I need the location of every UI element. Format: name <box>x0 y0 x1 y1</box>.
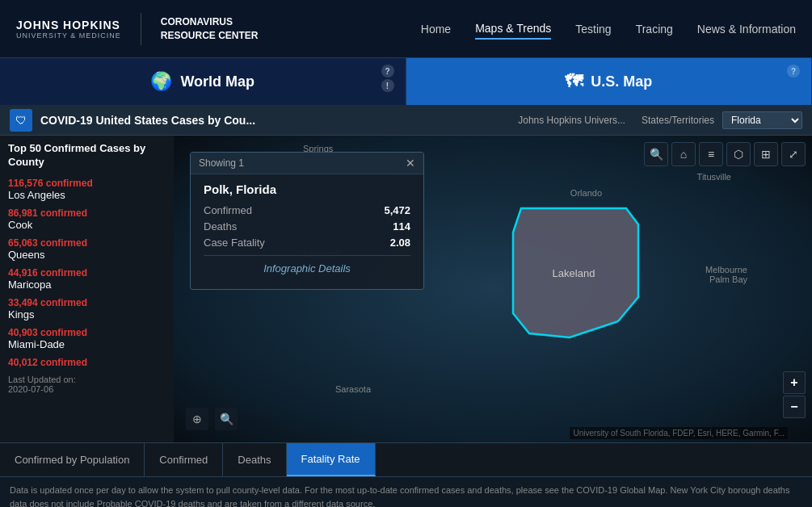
data-source: Johns Hopkins Univers... <box>518 115 625 126</box>
nav-maps-trends[interactable]: Maps & Trends <box>475 19 551 40</box>
county-confirmed-1: 86,981 confirmed <box>8 207 166 219</box>
county-confirmed-0: 116,576 confirmed <box>8 178 166 189</box>
county-confirmed-4: 33,494 confirmed <box>8 297 166 308</box>
world-map-label: World Map <box>180 73 255 90</box>
county-name-5: Miami-Dade <box>8 338 166 350</box>
county-confirmed-5: 40,903 confirmed <box>8 327 166 338</box>
us-map-label: U.S. Map <box>591 73 652 90</box>
map-zoom-controls: + − <box>783 371 806 418</box>
map-area[interactable]: Springs Orlando Titusville MelbournePalm… <box>174 136 812 442</box>
city-melbourne: MelbournePalm Bay <box>705 265 747 284</box>
county-name-2: Queens <box>8 249 166 261</box>
county-confirmed-2: 65,063 confirmed <box>8 237 166 249</box>
footer-text: Data is updated once per day to allow th… <box>10 485 789 507</box>
nav-testing[interactable]: Testing <box>575 19 611 39</box>
county-confirmed-3: 44,916 confirmed <box>8 267 166 279</box>
map-controls-top: 🔍 ⌂ ≡ ⬡ ⊞ ⤢ <box>644 142 806 166</box>
popup-confirmed-value: 5,472 <box>384 204 410 216</box>
popup-details-link[interactable]: Infographic Details <box>204 255 410 281</box>
nav-home[interactable]: Home <box>421 19 451 39</box>
shield-icon: 🛡 <box>10 109 32 132</box>
county-item-6[interactable]: 40,012 confirmed <box>8 357 166 368</box>
header: JOHNS HOPKINS UNIVERSITY & MEDICINE CORO… <box>0 0 812 58</box>
popup-deaths-value: 114 <box>393 220 410 233</box>
tab-confirmed-by-population[interactable]: Confirmed by Population <box>0 443 145 476</box>
states-select[interactable]: Florida All States California New York T… <box>722 111 802 129</box>
map-move-tool[interactable]: ⊕ <box>186 408 208 430</box>
footer: Data is updated once per day to allow th… <box>0 476 812 507</box>
tab-confirmed[interactable]: Confirmed <box>145 443 223 476</box>
us-map-info: ? <box>787 65 800 78</box>
map-expand-button[interactable]: ⤢ <box>781 142 806 166</box>
nav-tracing[interactable]: Tracing <box>636 19 673 39</box>
popup-close-button[interactable]: ✕ <box>406 157 415 169</box>
info-circle-1[interactable]: ? <box>381 65 394 78</box>
logo-name: JOHNS HOPKINS <box>16 19 121 31</box>
zoom-out-button[interactable]: − <box>783 396 806 418</box>
last-updated-label: Last Updated on: <box>8 375 166 384</box>
filter-label: States/Territories <box>642 115 714 126</box>
nav-news[interactable]: News & Information <box>697 19 796 39</box>
popup-fatality-label: Case Fatality <box>204 237 265 249</box>
sidebar: Top 50 Confirmed Cases by County 116,576… <box>0 136 174 442</box>
page-title: COVID-19 United States Cases by Cou... <box>40 114 510 127</box>
map-list-button[interactable]: ≡ <box>699 142 723 166</box>
tab-fatality-rate[interactable]: Fatality Rate <box>287 443 376 476</box>
bottom-tabs: Confirmed by Population Confirmed Deaths… <box>0 442 812 476</box>
popup-deaths-label: Deaths <box>204 220 237 233</box>
county-name-4: Kings <box>8 308 166 321</box>
popup-showing: Showing 1 <box>199 157 244 169</box>
logo-text: JOHNS HOPKINS UNIVERSITY & MEDICINE <box>16 19 121 40</box>
tab-deaths[interactable]: Deaths <box>223 443 286 476</box>
sidebar-title: Top 50 Confirmed Cases by County <box>8 142 166 170</box>
map-home-button[interactable]: ⌂ <box>671 142 696 166</box>
us-map-icon: 🗺 <box>565 71 583 92</box>
map-layers-button[interactable]: ⬡ <box>726 142 751 166</box>
logo-university: UNIVERSITY & MEDICINE <box>16 31 121 40</box>
county-name-1: Cook <box>8 219 166 231</box>
main-nav: Home Maps & Trends Testing Tracing News … <box>421 19 796 40</box>
map-attribution: University of South Florida, FDEP, Esri,… <box>570 427 788 439</box>
county-name-3: Maricopa <box>8 279 166 291</box>
logo-divider <box>141 13 141 45</box>
popup-content: Polk, Florida Confirmed 5,472 Deaths 114… <box>191 174 423 289</box>
county-shape: Lakeland <box>505 200 650 346</box>
title-bar: 🛡 COVID-19 United States Cases by Cou...… <box>0 105 812 136</box>
map-background: Springs Orlando Titusville MelbournePalm… <box>174 136 812 442</box>
world-map-info: ? ! <box>381 65 394 92</box>
county-item-cook[interactable]: 86,981 confirmed Cook <box>8 207 166 231</box>
map-zoom-tool[interactable]: 🔍 <box>215 408 238 430</box>
city-titusville: Titusville <box>697 172 731 182</box>
popup-header: Showing 1 ✕ <box>191 153 423 174</box>
popup-deaths-row: Deaths 114 <box>204 220 410 233</box>
svg-text:Lakeland: Lakeland <box>553 267 595 279</box>
county-item-maricopa[interactable]: 44,916 confirmed Maricopa <box>8 267 166 291</box>
popup-county-name: Polk, Florida <box>204 182 410 196</box>
city-orlando: Orlando <box>570 188 602 198</box>
resource-center: CORONAVIRUSRESOURCE CENTER <box>161 15 259 43</box>
map-tools-left: ⊕ 🔍 <box>186 408 238 430</box>
popup-fatality-row: Case Fatality 2.08 <box>204 237 410 249</box>
map-grid-button[interactable]: ⊞ <box>754 142 778 166</box>
county-item-queens[interactable]: 65,063 confirmed Queens <box>8 237 166 261</box>
main-content: Top 50 Confirmed Cases by County 116,576… <box>0 136 812 442</box>
map-popup: Showing 1 ✕ Polk, Florida Confirmed 5,47… <box>190 152 424 290</box>
county-item-los-angeles[interactable]: 116,576 confirmed Los Angeles <box>8 178 166 201</box>
logo-section: JOHNS HOPKINS UNIVERSITY & MEDICINE CORO… <box>16 13 421 45</box>
city-sarasota: Sarasota <box>335 384 371 394</box>
info-circle-2[interactable]: ! <box>381 79 394 92</box>
popup-fatality-value: 2.08 <box>390 237 410 249</box>
county-item-kings[interactable]: 33,494 confirmed Kings <box>8 297 166 321</box>
popup-confirmed-row: Confirmed 5,472 <box>204 204 410 216</box>
tab-world-map[interactable]: 🌍 World Map ? ! <box>0 58 406 105</box>
tab-us-map[interactable]: 🗺 U.S. Map ? <box>406 58 813 105</box>
us-info-circle[interactable]: ? <box>787 65 800 78</box>
world-map-icon: 🌍 <box>150 71 172 92</box>
popup-confirmed-label: Confirmed <box>204 204 252 216</box>
map-tab-bar: 🌍 World Map ? ! 🗺 U.S. Map ? <box>0 58 812 105</box>
last-updated-date: 2020-07-06 <box>8 384 166 394</box>
map-search-button[interactable]: 🔍 <box>644 142 668 166</box>
county-name-0: Los Angeles <box>8 189 166 201</box>
county-item-miami-dade[interactable]: 40,903 confirmed Miami-Dade <box>8 327 166 350</box>
zoom-in-button[interactable]: + <box>783 371 806 394</box>
